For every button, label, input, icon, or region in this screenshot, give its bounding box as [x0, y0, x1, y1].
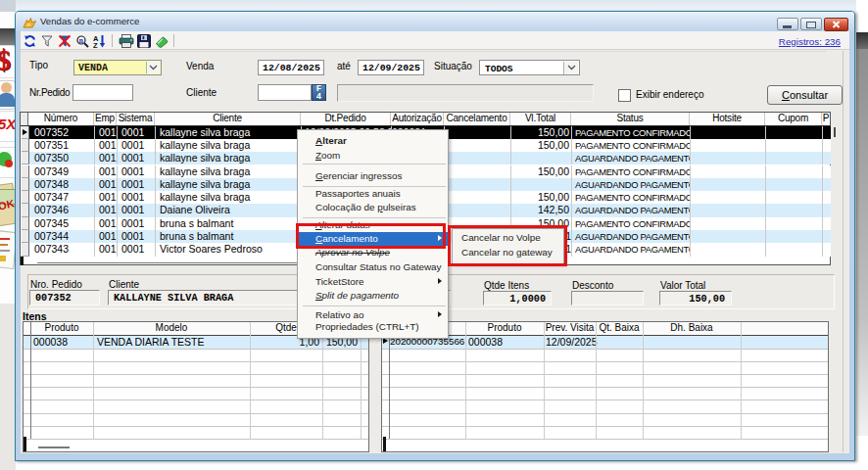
svg-text:Z: Z	[93, 41, 98, 49]
